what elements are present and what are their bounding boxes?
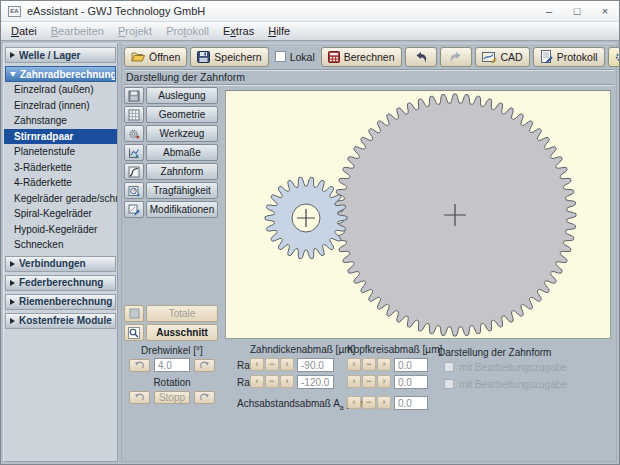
rad2-zahndicke-reset-button[interactable]: − [265, 375, 279, 388]
open-folder-icon [131, 51, 145, 63]
rad2-zahndicke-next-button[interactable]: › [280, 375, 294, 388]
sidebar-header-zahnradberechnung[interactable]: Zahnradberechnung [5, 66, 116, 82]
local-checkbox[interactable] [275, 51, 286, 62]
zahnform-icon-button[interactable] [124, 163, 144, 180]
werkzeug-button[interactable]: Werkzeug [146, 125, 218, 142]
sidebar-item-einzelrad-innen[interactable]: Einzelrad (innen) [4, 98, 117, 114]
menu-protokoll[interactable]: Protokoll [159, 23, 216, 39]
tragfaehigkeit-button[interactable]: Tragfähigkeit [146, 182, 218, 199]
bearbeitungszugabe-checkbox-2[interactable] [444, 379, 454, 389]
rad1-kopfkreis-reset-button[interactable]: − [362, 358, 376, 371]
achsabstand-reset-button[interactable]: − [362, 396, 376, 409]
gear-canvas-svg [226, 91, 612, 340]
main-content: Öffnen Speichern Lokal Berechnen [121, 43, 617, 462]
drehwinkel-label: Drehwinkel [°] [122, 345, 222, 356]
undo-button[interactable] [405, 47, 437, 67]
drehwinkel-input[interactable] [154, 358, 190, 372]
auslegung-icon-button[interactable] [124, 87, 144, 104]
load-capacity-icon [128, 185, 140, 197]
sidebar-item-zahnstange[interactable]: Zahnstange [4, 113, 117, 129]
chevron-right-icon [10, 52, 15, 58]
rad1-kopfkreis-input[interactable] [394, 358, 428, 372]
menu-projekt[interactable]: Projekt [111, 23, 159, 39]
rad2-kopfkreis-prev-button[interactable]: ‹ [347, 375, 361, 388]
geometrie-button[interactable]: Geometrie [146, 106, 218, 123]
menu-extras[interactable]: Extras [216, 23, 261, 39]
gear-view-canvas[interactable] [225, 90, 611, 339]
sidebar-item-schnecken[interactable]: Schnecken [4, 237, 117, 253]
achsabstand-next-button[interactable]: › [377, 396, 391, 409]
rotation-cw-button[interactable] [194, 391, 215, 404]
sidebar-item-hypoid-kegelraeder[interactable]: Hypoid-Kegelräder [4, 222, 117, 238]
sidebar-item-stirnradpaar[interactable]: Stirnradpaar [4, 129, 117, 145]
rad2-zahndicke-prev-button[interactable]: ‹ [250, 375, 264, 388]
zahnform-button[interactable]: Zahnform [146, 163, 218, 180]
rotation-ccw-button[interactable] [129, 391, 150, 404]
rotate-ccw-icon [134, 393, 145, 402]
chevron-down-icon [10, 72, 16, 77]
rad2-kopfkreis-next-button[interactable]: › [377, 375, 391, 388]
ausschnitt-button[interactable]: Ausschnitt [146, 324, 218, 341]
totale-button[interactable]: Totale [146, 305, 218, 322]
rad1-kopfkreis-prev-button[interactable]: ‹ [347, 358, 361, 371]
sidebar-header-kostenfreie-module[interactable]: Kostenfreie Module [5, 313, 116, 329]
open-button[interactable]: Öffnen [124, 47, 187, 67]
rad1-zahndicke-next-button[interactable]: › [280, 358, 294, 371]
save-button[interactable]: Speichern [190, 47, 268, 67]
bearbeitungszugabe-label-1: mit Bearbeitungszugabe [459, 362, 567, 373]
werkzeug-icon-button[interactable] [124, 125, 144, 142]
sidebar-item-spiral-kegelraeder[interactable]: Spiral-Kegelräder [4, 206, 117, 222]
menu-datei[interactable]: Datei [4, 23, 44, 39]
sidebar-header-federberechnung[interactable]: Federberechnung [5, 275, 116, 291]
rad1-kopfkreis-next-button[interactable]: › [377, 358, 391, 371]
menu-hilfe[interactable]: Hilfe [261, 23, 297, 39]
rad1-zahndicke-reset-button[interactable]: − [265, 358, 279, 371]
modifikationen-icon-button[interactable] [124, 201, 144, 218]
cad-button[interactable]: CAD [475, 47, 530, 67]
achsabstand-input[interactable] [394, 396, 428, 410]
sidebar-item-einzelrad-aussen[interactable]: Einzelrad (außen) [4, 82, 117, 98]
ausschnitt-icon-button[interactable] [124, 324, 144, 341]
maximize-button[interactable]: □ [563, 1, 591, 21]
menu-bearbeiten[interactable]: Bearbeiten [44, 23, 111, 39]
totale-icon-button[interactable] [124, 305, 144, 322]
close-button[interactable]: × [591, 1, 619, 21]
auslegung-button[interactable]: Auslegung [146, 87, 218, 104]
sidebar-item-4-raederkette[interactable]: 4-Räderkette [4, 175, 117, 191]
modifikationen-button[interactable]: Modifikationen [146, 201, 218, 218]
settings-button[interactable]: Einstellungen [608, 47, 620, 67]
achsabstand-prev-button[interactable]: ‹ [347, 396, 361, 409]
calculate-button[interactable]: Berechnen [321, 47, 402, 67]
rotate-left-step-button[interactable] [129, 359, 150, 372]
section-separator [124, 84, 614, 86]
rotate-left-icon [134, 361, 145, 370]
tragfaehigkeit-icon-button[interactable] [124, 182, 144, 199]
abmasse-icon-button[interactable] [124, 144, 144, 161]
zahndicken-header: Zahndickenabmaß [µm] [250, 344, 355, 355]
rad2-kopfkreis-input[interactable] [394, 375, 428, 389]
chevron-right-icon [10, 280, 15, 286]
bearbeitungszugabe-checkbox-1[interactable] [444, 362, 454, 372]
sidebar-header-welle-lager[interactable]: Welle / Lager [5, 47, 116, 63]
stop-button[interactable]: Stopp [154, 391, 190, 404]
geometrie-icon-button[interactable] [124, 106, 144, 123]
kopfkreis-header: Kopfkreisabmaß [µm] [347, 344, 442, 355]
minimize-button[interactable]: – [535, 1, 563, 21]
rad1-zahndicke-input[interactable] [297, 358, 334, 372]
sidebar-header-riemenberechnung[interactable]: Riemenberechnung [5, 294, 116, 310]
sidebar-header-verbindungen[interactable]: Verbindungen [5, 256, 116, 272]
redo-button[interactable] [440, 47, 472, 67]
protocol-button[interactable]: Protokoll [533, 47, 605, 67]
rotate-right-step-button[interactable] [194, 359, 215, 372]
rad2-kopfkreis-reset-button[interactable]: − [362, 375, 376, 388]
sidebar-item-planetenstufe[interactable]: Planetenstufe [4, 144, 117, 160]
chevron-right-icon [10, 261, 15, 267]
calculator-icon [328, 51, 340, 63]
sidebar-item-kegelraeder[interactable]: Kegelräder gerade/schräg [4, 191, 117, 207]
sidebar-item-3-raederkette[interactable]: 3-Räderkette [4, 160, 117, 176]
local-checkbox-group: Lokal [272, 51, 318, 63]
rad2-zahndicke-input[interactable] [297, 375, 334, 389]
tooth-form-icon [128, 166, 140, 178]
abmasse-button[interactable]: Abmaße [146, 144, 218, 161]
rad1-zahndicke-prev-button[interactable]: ‹ [250, 358, 264, 371]
